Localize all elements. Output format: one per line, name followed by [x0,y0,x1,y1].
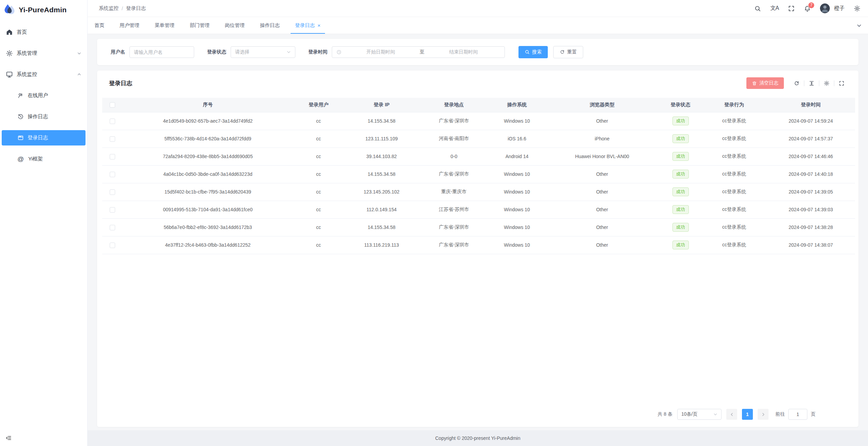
cell-behavior: cc登录系统 [702,112,766,130]
row-density-button[interactable] [804,80,819,86]
col-header-ip: 登录 IP [344,98,419,112]
goto-label: 前往 [775,411,785,417]
range-separator: 至 [420,49,424,55]
tab-options-chevron-icon[interactable] [856,23,862,28]
cell-location: 广东省-深圳市 [419,236,489,254]
clear-logs-label: 清空日志 [759,80,778,86]
sidebar-item-label: 首页 [17,29,27,35]
cell-browser: Other [545,201,659,218]
sidebar-item-label: Yi框架 [28,156,43,162]
login-time-range-picker[interactable]: 开始日期时间 至 结束日期时间 [332,46,505,58]
page-unit-label: 页 [811,411,816,417]
collapse-sidebar-icon[interactable] [5,435,12,441]
fullscreen-icon[interactable] [788,5,795,12]
table-row: 15d5f402-bc1b-cfbe-7f95-3a14dd620439 cc … [102,183,855,201]
tab-user-management[interactable]: 用户管理 [120,17,139,34]
reset-button-label: 重置 [567,49,577,55]
row-checkbox[interactable] [110,225,115,230]
clock-icon [336,49,342,55]
username-input[interactable] [129,46,194,58]
tab-home[interactable]: 首页 [94,17,104,34]
sidebar-item-online-users[interactable]: 在线用户 [2,88,86,103]
cell-time: 2024-09-07 14:38:07 [766,236,855,254]
col-header-os: 操作系统 [489,98,545,112]
cell-id: 5ff5536c-738b-4d14-620a-3a14dd72fdd9 [123,130,293,148]
goto-page-input[interactable] [788,409,807,420]
notifications-button[interactable]: 7 [804,5,811,12]
chevron-down-icon [286,50,291,54]
page-footer: Copyright © 2020-present Yi-PureAdmin [88,430,868,446]
sidebar-item-home[interactable]: 首页 [2,25,86,40]
cell-time: 2024-09-07 14:39:03 [766,201,855,218]
tab-login-logs[interactable]: 登录日志 × [295,17,321,34]
row-checkbox[interactable] [110,154,115,159]
status-badge: 成功 [672,170,689,179]
table-fullscreen-button[interactable] [834,80,849,86]
prev-page-button[interactable] [726,409,737,420]
cell-id: 4e37ff12-2fc4-b463-0fbb-3a14dd612252 [123,236,293,254]
close-tab-icon[interactable]: × [317,23,321,28]
col-header-time: 登录时间 [766,98,855,112]
sidebar-item-system-monitor[interactable]: 系统监控 [2,67,86,82]
tab-dept-management[interactable]: 部门管理 [190,17,210,34]
row-checkbox[interactable] [110,243,115,248]
cell-ip: 123.11.115.109 [344,130,419,148]
tab-operation-logs[interactable]: 操作日志 [260,17,280,34]
app-logo[interactable]: Yi-PureAdmin [0,0,87,20]
col-header-behavior: 登录行为 [702,98,766,112]
sidebar-item-operation-logs[interactable]: 操作日志 [2,109,86,124]
cell-id: 00914995-513b-7104-da91-3a14dd61fce0 [123,201,293,218]
cell-user: cc [293,218,344,236]
time-field-label: 登录时间 [308,49,327,55]
row-checkbox[interactable] [110,207,115,213]
table-row: 00914995-513b-7104-da91-3a14dd61fce0 cc … [102,201,855,218]
chevron-right-icon [761,412,765,417]
tabbar: 首页 用户管理 菜单管理 部门管理 岗位管理 操作日志 登录日志 × [88,17,868,34]
select-all-checkbox[interactable] [110,102,115,108]
col-header-browser: 浏览器类型 [545,98,659,112]
row-checkbox[interactable] [110,119,115,124]
cell-os: Windows 10 [489,112,545,130]
sidebar-menu: 首页 系统管理 系统监控 在线用户 [0,20,87,430]
sidebar-item-yi-framework[interactable]: @ Yi框架 [2,151,86,167]
search-button[interactable]: 搜索 [518,46,548,58]
status-badge: 成功 [672,152,689,161]
cell-id: 72afa294-8209-438e-8bb5-3a14dd690d05 [123,148,293,165]
translate-icon[interactable]: 文A [770,5,779,12]
breadcrumb-parent[interactable]: 系统监控 [99,5,119,12]
page-size-select[interactable]: 10条/页 [677,409,722,420]
tab-label: 登录日志 [295,22,315,29]
page-1-button[interactable]: 1 [742,409,753,420]
avatar[interactable] [820,3,830,13]
tab-post-management[interactable]: 岗位管理 [225,17,245,34]
home-icon [6,29,13,36]
cell-time: 2024-09-07 14:59:24 [766,112,855,130]
search-icon[interactable] [754,5,761,12]
status-select[interactable]: 请选择 [231,46,295,58]
app-title: Yi-PureAdmin [19,6,66,14]
tab-menu-management[interactable]: 菜单管理 [155,17,174,34]
settings-gear-icon[interactable] [854,5,861,12]
pagination: 共 8 条 10条/页 1 前往 页 [97,409,858,427]
clear-logs-button[interactable]: 清空日志 [746,77,784,89]
reset-button[interactable]: 重置 [553,46,583,58]
sidebar-item-label: 登录日志 [28,135,48,141]
breadcrumb-current: 登录日志 [126,5,146,12]
username-label[interactable]: 橙子 [834,5,844,12]
sidebar-item-login-logs[interactable]: 登录日志 [2,130,86,145]
status-field-label: 登录状态 [207,49,226,55]
row-checkbox[interactable] [110,189,115,195]
cell-user: cc [293,112,344,130]
cell-browser: Other [545,218,659,236]
next-page-button[interactable] [758,409,769,420]
column-settings-button[interactable] [819,80,834,86]
cell-browser: Other [545,236,659,254]
sidebar-footer [0,430,87,446]
breadcrumb: 系统监控 / 登录日志 [99,5,146,12]
sidebar-item-system-management[interactable]: 系统管理 [2,46,86,61]
row-checkbox[interactable] [110,136,115,142]
card-toolbar: 清空日志 [746,77,849,89]
row-checkbox[interactable] [110,172,115,177]
monitor-icon [6,71,13,78]
refresh-table-button[interactable] [789,80,804,86]
